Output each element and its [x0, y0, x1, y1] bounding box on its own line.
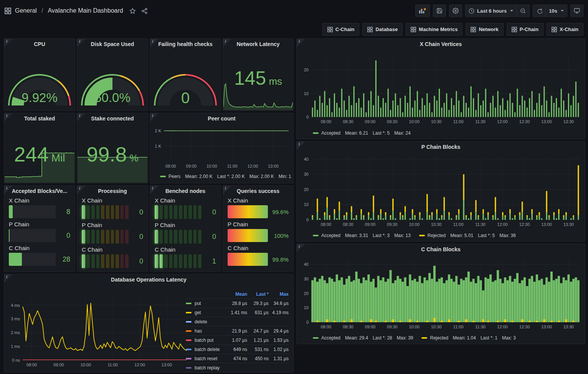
panel-title[interactable]: Peer count: [150, 113, 293, 123]
legend-column-header[interactable]: Last *: [247, 292, 269, 297]
panel-title[interactable]: Database Operations Latency: [4, 274, 293, 284]
panel-title[interactable]: Failing health checks: [150, 39, 221, 49]
panel-title[interactable]: P Chain Blocks: [297, 142, 585, 152]
dashboard-link-database[interactable]: Database: [362, 23, 403, 36]
grid-icon: [411, 27, 416, 32]
led-cell: [96, 254, 100, 268]
peer-count-legend: PeersMean: 2.00 KLast *: 2.00 KMax: 2.00…: [160, 174, 292, 179]
dashboard-settings-button[interactable]: [449, 5, 462, 17]
kiosk-mode-button[interactable]: [570, 5, 583, 17]
panel-queries-success: i Queries success X Chain 99.6% P Chain …: [223, 185, 294, 272]
panel-title[interactable]: Benched nodes: [150, 186, 221, 196]
legend-swatch: [421, 337, 427, 339]
page-title[interactable]: Avalanche Main Dashboard: [48, 7, 123, 14]
led-cell: [87, 205, 90, 219]
accepted-blocks-rows: X Chain 8 P Chain 0 C Chain 28: [9, 196, 70, 269]
grid-icon: [552, 27, 557, 32]
led-cell: [198, 254, 202, 268]
panel-title[interactable]: CPU: [4, 39, 75, 49]
panel-failing-health-checks: i Failing health checks 0: [150, 38, 221, 111]
series-mean: 1.07 µs: [226, 338, 247, 343]
led-cell: [179, 205, 182, 219]
legend-swatch: [313, 132, 319, 134]
panel-title[interactable]: Total staked: [4, 113, 75, 123]
legend-table-row: batch reset474 ns450 ns1.31 µs: [186, 354, 289, 363]
series-label[interactable]: batch delete: [186, 347, 226, 352]
series-swatch: [186, 367, 192, 369]
add-panel-button[interactable]: [415, 5, 430, 17]
dashboard-grid-icon[interactable]: [5, 8, 11, 14]
led-gauge-row: P Chain 0: [82, 222, 143, 244]
svg-text:09:30: 09:30: [387, 222, 398, 227]
save-dashboard-button[interactable]: [433, 5, 446, 17]
series-label[interactable]: batch replay: [186, 365, 226, 371]
processing-rows: X Chain 0 P Chain 0 C Chain 0: [82, 196, 143, 271]
legend-item[interactable]: AcceptedMean: 3.31Last *: 3Max: 13: [313, 233, 411, 238]
series-label[interactable]: delete: [186, 319, 226, 325]
gradient-gauge-row: C Chain 99.8%: [228, 245, 289, 266]
refresh-interval-picker[interactable]: 10s: [546, 5, 567, 17]
c-chain-blocks-legend: AcceptedMean: 29.4Last *: 28Max: 39Rejec…: [313, 335, 516, 341]
legend-item[interactable]: RejectedMean: 1.04Last *: 1Max: 3: [421, 335, 515, 341]
refresh-icon: [537, 8, 542, 14]
series-label[interactable]: batch reset: [186, 356, 226, 361]
led-cell: [169, 205, 173, 219]
legend-item[interactable]: RejectedMean: 5.01Last *: 5Max: 36: [419, 233, 516, 238]
svg-text:08:00: 08:00: [321, 119, 332, 124]
row-label: X Chain: [155, 197, 216, 204]
legend-table-row: batch delete649 ns531 ns1.02 µs: [186, 345, 289, 354]
led-cell: [198, 205, 202, 219]
legend-column-header[interactable]: Max: [269, 292, 289, 297]
db-latency-chart: 08:0009:0010:0011:0012:0013:004 ms3 ms2 …: [6, 285, 189, 371]
legend-item[interactable]: AcceptedMean: 6.21Last *: 5Max: 24: [313, 130, 411, 136]
panel-title[interactable]: Network Latency: [223, 39, 293, 49]
share-icon[interactable]: [141, 8, 148, 14]
breadcrumb-section[interactable]: General: [15, 7, 37, 14]
star-icon[interactable]: [129, 8, 136, 14]
led-cell: [87, 230, 90, 244]
panel-title[interactable]: Processing: [77, 186, 148, 196]
row-label: P Chain: [155, 222, 216, 228]
led-gauge-row: X Chain 0: [82, 197, 143, 219]
series-label[interactable]: put: [186, 301, 226, 306]
dashboard-link-c-chain[interactable]: C-Chain: [322, 23, 360, 36]
row-label: C Chain: [82, 246, 143, 253]
dashboard-link-network[interactable]: Network: [466, 23, 503, 36]
legend-item[interactable]: AcceptedMean: 29.4Last *: 28Max: 39: [313, 335, 413, 341]
svg-text:40: 40: [304, 262, 309, 267]
row-value: 8: [59, 208, 70, 216]
series-swatch: [186, 339, 192, 341]
panel-title[interactable]: Accepted Blocks/Ve...: [4, 186, 75, 196]
time-range-picker[interactable]: Last 6 hours: [465, 5, 517, 17]
dashboard-link-machine-metrics[interactable]: Machine Metrics: [406, 23, 462, 36]
series-label[interactable]: has: [186, 328, 226, 334]
breadcrumb-separator: /: [41, 7, 43, 14]
row-value: 99.8%: [272, 256, 289, 263]
dashboard-link-x-chain[interactable]: X-Chain: [547, 23, 583, 36]
led-cell: [116, 205, 119, 219]
link-label: C-Chain: [335, 26, 355, 32]
legend-swatch: [313, 337, 319, 339]
svg-text:1 ms: 1 ms: [11, 344, 20, 349]
zoom-out-time-button[interactable]: [517, 5, 530, 17]
legend-column-header[interactable]: Mean: [226, 292, 247, 297]
refresh-button[interactable]: [533, 5, 546, 17]
dashboard-links: C-ChainDatabaseMachine MetricsNetworkP-C…: [322, 23, 583, 36]
led-cell: [179, 230, 182, 244]
panel-title[interactable]: Queries success: [223, 186, 293, 196]
svg-text:08:00: 08:00: [321, 222, 332, 227]
series-mean: 21.9 µs: [226, 328, 247, 334]
led-cell: [179, 254, 182, 268]
led-cell: [198, 230, 202, 244]
led-cell: [160, 205, 163, 219]
panel-title[interactable]: Stake connected: [77, 113, 148, 123]
panel-title[interactable]: X Chain Vertices: [297, 39, 585, 49]
svg-text:09:00: 09:00: [365, 222, 376, 227]
series-label[interactable]: get: [186, 310, 226, 315]
series-label[interactable]: batch put: [186, 338, 226, 343]
panel-title[interactable]: C Chain Blocks: [297, 244, 585, 254]
dashboard-link-p-chain[interactable]: P-Chain: [507, 23, 543, 36]
panel-title[interactable]: Disk Space Used: [77, 39, 148, 49]
legend-item[interactable]: PeersMean: 2.00 KLast *: 2.00 KMax: 2.00…: [160, 174, 292, 179]
svg-text:10: 10: [304, 91, 309, 96]
